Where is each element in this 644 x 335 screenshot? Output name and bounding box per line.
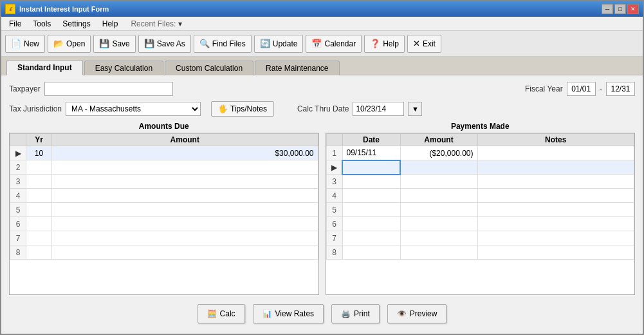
taxpayer-input[interactable]	[44, 82, 173, 96]
tax-jurisdiction-select[interactable]: MA - Massachusetts	[66, 102, 201, 116]
menu-settings[interactable]: Settings	[57, 18, 95, 30]
print-button[interactable]: 🖨️ Print	[331, 304, 380, 323]
amounts-num-6: 6	[10, 217, 26, 231]
payments-date-6[interactable]	[342, 217, 400, 231]
tab-standard-input[interactable]: Standard Input	[6, 60, 83, 75]
new-button[interactable]: 📄 New	[5, 35, 45, 53]
payments-amount-7[interactable]	[400, 231, 477, 245]
payments-amount-6[interactable]	[400, 217, 477, 231]
payments-notes-8[interactable]	[477, 245, 634, 260]
tax-jurisdiction-label: Tax Jurisdiction	[9, 104, 62, 113]
amounts-amount-4[interactable]	[52, 189, 318, 203]
menu-file[interactable]: File	[4, 18, 26, 30]
amounts-yr-6[interactable]	[26, 217, 52, 231]
payments-num-1: 1	[326, 146, 342, 160]
amounts-amount-8[interactable]	[52, 245, 318, 260]
amounts-amount-6[interactable]	[52, 217, 318, 231]
payments-notes-1[interactable]	[477, 146, 634, 160]
payments-amount-8[interactable]	[400, 245, 477, 260]
save-button[interactable]: 💾 Save	[93, 35, 135, 53]
amounts-yr-4[interactable]	[26, 189, 52, 203]
help-button[interactable]: ❓ Help	[364, 35, 405, 53]
payments-notes-3[interactable]	[477, 175, 634, 189]
close-button[interactable]: ✕	[627, 4, 639, 14]
minimize-button[interactable]: ─	[602, 4, 613, 14]
payments-date-7[interactable]	[342, 231, 400, 245]
menu-help[interactable]: Help	[97, 18, 124, 30]
payments-date-8[interactable]	[342, 245, 400, 260]
payments-amount-4[interactable]	[400, 189, 477, 203]
payments-date-4[interactable]	[342, 189, 400, 203]
amounts-amount-3[interactable]	[52, 175, 318, 189]
exit-label: Exit	[423, 39, 436, 48]
save-as-button[interactable]: 💾 Save As	[138, 35, 191, 53]
maximize-button[interactable]: □	[614, 4, 626, 14]
calendar-button[interactable]: 📅 Calendar	[306, 35, 362, 53]
amounts-num-5: 5	[10, 203, 26, 217]
menu-tools[interactable]: Tools	[28, 18, 56, 30]
tips-notes-button[interactable]: 🖐️ Tips/Notes	[211, 101, 274, 117]
calc-icon: 🧮	[207, 309, 217, 318]
tips-notes-icon: 🖐️	[218, 104, 228, 113]
amounts-due-title: Amounts Due	[9, 122, 319, 131]
amounts-amount-7[interactable]	[52, 231, 318, 245]
amounts-yr-2[interactable]	[26, 160, 52, 175]
calc-button[interactable]: 🧮 Calc	[198, 304, 245, 323]
amounts-yr-1[interactable]: 10	[26, 146, 52, 160]
payments-notes-4[interactable]	[477, 189, 634, 203]
amounts-col-indicator	[10, 134, 26, 146]
open-button[interactable]: 📂 Open	[48, 35, 91, 53]
calc-thru-calendar-button[interactable]: ▼	[408, 102, 422, 116]
payments-row: 1 09/15/11 ($20,000.00)	[326, 146, 634, 160]
save-icon: 💾	[99, 39, 109, 48]
payments-notes-6[interactable]	[477, 217, 634, 231]
payments-row: 4	[326, 189, 634, 203]
amounts-amount-1[interactable]: $30,000.00	[52, 146, 318, 160]
payments-notes-7[interactable]	[477, 231, 634, 245]
payments-row: 3	[326, 175, 634, 189]
payments-date-1[interactable]: 09/15/11	[342, 146, 400, 160]
fiscal-year-start-input[interactable]	[567, 82, 596, 96]
amounts-yr-5[interactable]	[26, 203, 52, 217]
amounts-due-section: Amounts Due Yr Amount ▶	[9, 122, 319, 295]
amounts-num-2: 2	[10, 160, 26, 175]
payments-date-2[interactable]	[342, 160, 400, 175]
payments-date-5[interactable]	[342, 203, 400, 217]
find-files-button[interactable]: 🔍 Find Files	[194, 35, 252, 53]
payments-notes-2[interactable]	[477, 160, 634, 175]
payments-amount-1[interactable]: ($20,000.00)	[400, 146, 477, 160]
tab-custom-calculation[interactable]: Custom Calculation	[165, 61, 253, 75]
preview-label: Preview	[410, 309, 437, 318]
payments-amount-5[interactable]	[400, 203, 477, 217]
recent-files-dropdown[interactable]: ▾	[178, 19, 182, 28]
payments-amount-2[interactable]	[400, 160, 477, 175]
new-icon: 📄	[11, 39, 21, 48]
tab-rate-maintenance[interactable]: Rate Maintenance	[255, 61, 339, 75]
payments-made-table: Date Amount Notes 1 09/15/11 ($20,000.00…	[326, 133, 635, 260]
app-icon: 💰	[5, 4, 15, 14]
view-rates-button[interactable]: 📊 View Rates	[253, 304, 324, 323]
amounts-amount-5[interactable]	[52, 203, 318, 217]
amounts-yr-8[interactable]	[26, 245, 52, 260]
title-bar: 💰 Instant Interest Input Form ─ □ ✕	[1, 1, 643, 17]
preview-button[interactable]: 👁️ Preview	[387, 304, 447, 323]
open-label: Open	[66, 39, 85, 48]
fiscal-year-group: Fiscal Year -	[525, 82, 635, 96]
amounts-yr-3[interactable]	[26, 175, 52, 189]
update-button[interactable]: 🔄 Update	[254, 35, 304, 53]
amounts-yr-7[interactable]	[26, 231, 52, 245]
payments-date-3[interactable]	[342, 175, 400, 189]
payments-row: 6	[326, 217, 634, 231]
calc-thru-date-input[interactable]	[353, 102, 404, 116]
exit-button[interactable]: ✕ Exit	[407, 35, 441, 53]
preview-icon: 👁️	[397, 309, 407, 318]
payments-num-6: 6	[326, 217, 342, 231]
amounts-amount-2[interactable]	[52, 160, 318, 175]
tab-easy-calculation[interactable]: Easy Calculation	[84, 61, 163, 75]
payments-num-7: 7	[326, 231, 342, 245]
fiscal-year-end-input[interactable]	[606, 82, 635, 96]
payments-notes-5[interactable]	[477, 203, 634, 217]
payments-amount-3[interactable]	[400, 175, 477, 189]
help-label: Help	[383, 39, 399, 48]
payments-col-amount: Amount	[400, 134, 477, 146]
